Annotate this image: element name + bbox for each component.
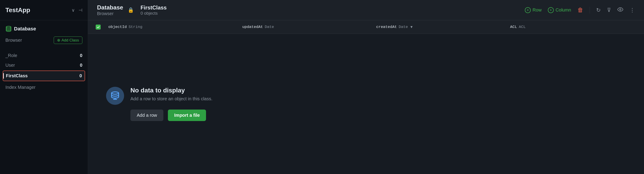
sidebar: TestApp ∨ ⊣ Database Browser ⊕ Add Class <box>0 0 88 174</box>
index-manager-label: Index Manager <box>6 85 36 90</box>
col-name: updatedAt <box>242 25 263 29</box>
topbar-main-title: Database <box>97 4 123 11</box>
lock-icon: 🔒 <box>128 7 134 13</box>
svg-point-1 <box>620 8 621 10</box>
topbar-left: Database Browser 🔒 FirstClass 0 objects <box>97 4 167 16</box>
sidebar-item-user[interactable]: User 0 <box>0 60 88 70</box>
col-name: objectId <box>108 25 127 29</box>
sidebar-header-icons: ∨ ⊣ <box>72 7 82 13</box>
col-objectid: objectId String <box>104 25 238 29</box>
empty-state: No data to display Add a row to store an… <box>88 34 644 174</box>
empty-icon-wrapper <box>106 87 124 105</box>
topbar-actions: + Row + Column 🗑 ↻ ⊽ ⋮ <box>525 6 635 14</box>
topbar-class: FirstClass 0 objects <box>140 4 167 16</box>
sidebar-section-label: Database <box>6 26 82 32</box>
sidebar-item-label: User <box>6 63 15 68</box>
topbar-sub-title: Browser <box>97 11 123 16</box>
divider <box>590 7 590 13</box>
col-name: ACL <box>510 25 517 29</box>
sidebar-database-section: Database Browser ⊕ Add Class <box>0 20 88 51</box>
col-acl: ACL ACL <box>506 25 640 29</box>
main-content: Database Browser 🔒 FirstClass 0 objects … <box>88 0 644 174</box>
index-manager[interactable]: Index Manager <box>0 82 88 93</box>
layout-icon[interactable]: ⊣ <box>78 7 82 13</box>
empty-title: No data to display <box>130 87 212 94</box>
col-updatedat: updatedAt Date <box>238 25 372 29</box>
chevron-down-icon[interactable]: ∨ <box>72 7 75 13</box>
more-options-button[interactable]: ⋮ <box>630 7 635 13</box>
sort-arrow-icon[interactable]: ▼ <box>410 25 414 29</box>
sidebar-header: TestApp ∨ ⊣ <box>0 0 88 20</box>
browser-row: Browser ⊕ Add Class <box>6 36 82 44</box>
sidebar-item-label: FirstClass <box>6 73 28 78</box>
filter-button[interactable]: ⊽ <box>607 7 611 13</box>
add-class-label: Add Class <box>62 38 79 43</box>
add-column-button[interactable]: + Column <box>548 7 571 13</box>
plus-circle-icon: + <box>548 7 554 13</box>
database-empty-icon <box>110 91 120 101</box>
view-button[interactable] <box>617 6 623 14</box>
col-type: ACL <box>519 25 526 29</box>
row-label: Row <box>532 7 542 13</box>
sidebar-item-count: 0 <box>80 73 82 78</box>
sidebar-item-role[interactable]: _Role 0 <box>0 51 88 60</box>
column-label: Column <box>556 7 571 13</box>
app-name: TestApp <box>6 6 30 14</box>
database-icon <box>6 26 12 32</box>
sidebar-items: _Role 0 User 0 FirstClass 0 <box>0 51 88 82</box>
add-row-button[interactable]: + Row <box>525 7 542 13</box>
class-count: 0 objects <box>140 11 167 16</box>
col-type: String <box>128 25 142 29</box>
add-class-button[interactable]: ⊕ Add Class <box>54 36 82 44</box>
sidebar-item-firstclass[interactable]: FirstClass 0 <box>3 71 85 81</box>
table-header: objectId String updatedAt Date createdAt… <box>88 20 644 34</box>
col-name: createdAt <box>376 25 397 29</box>
refresh-button[interactable]: ↻ <box>596 7 601 13</box>
section-title: Database <box>14 26 36 32</box>
import-file-btn[interactable]: Import a file <box>168 110 206 121</box>
svg-point-2 <box>112 92 119 94</box>
empty-actions: Add a row Import a file <box>130 110 212 121</box>
col-type: Date <box>399 25 408 29</box>
add-row-btn[interactable]: Add a row <box>130 110 163 121</box>
class-name: FirstClass <box>140 4 167 11</box>
browser-label: Browser <box>6 38 22 43</box>
col-type: Date <box>265 25 274 29</box>
topbar: Database Browser 🔒 FirstClass 0 objects … <box>88 0 644 20</box>
sidebar-item-count: 0 <box>80 63 82 68</box>
checkbox-checked-icon <box>96 24 101 29</box>
empty-text-block: No data to display Add a row to store an… <box>130 87 212 121</box>
empty-state-inner: No data to display Add a row to store an… <box>106 87 212 121</box>
col-createdat: createdAt Date ▼ <box>372 25 506 29</box>
sidebar-item-label: _Role <box>6 53 17 58</box>
topbar-title: Database Browser <box>97 4 123 16</box>
sidebar-item-count: 0 <box>80 53 82 58</box>
plus-circle-icon: + <box>525 7 531 13</box>
svg-point-0 <box>6 26 11 28</box>
select-all-checkbox[interactable] <box>92 24 104 29</box>
empty-subtitle: Add a row to store an object in this cla… <box>130 96 212 101</box>
plus-icon: ⊕ <box>57 38 60 43</box>
delete-icon[interactable]: 🗑 <box>578 6 583 13</box>
